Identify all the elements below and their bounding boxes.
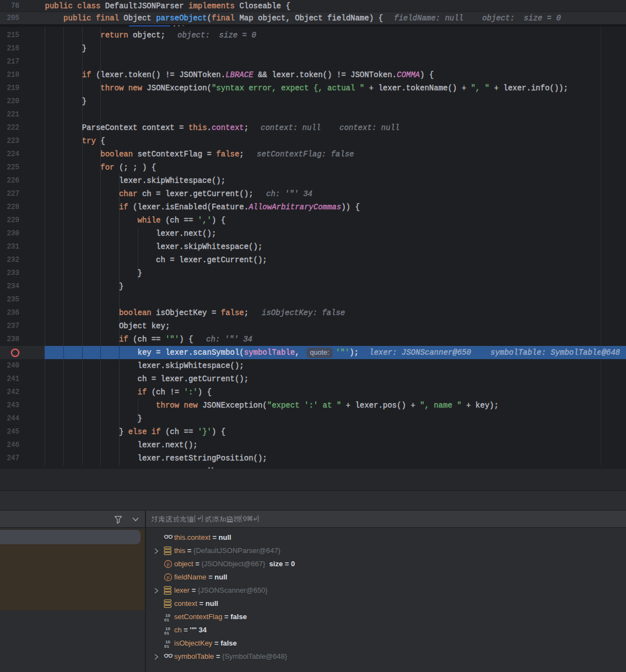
svg-text:01: 01 (164, 617, 169, 622)
svg-text:p: p (166, 575, 169, 580)
svg-text:01: 01 (164, 631, 169, 636)
svg-text:p: p (166, 561, 169, 567)
svg-text:01: 01 (164, 644, 169, 649)
